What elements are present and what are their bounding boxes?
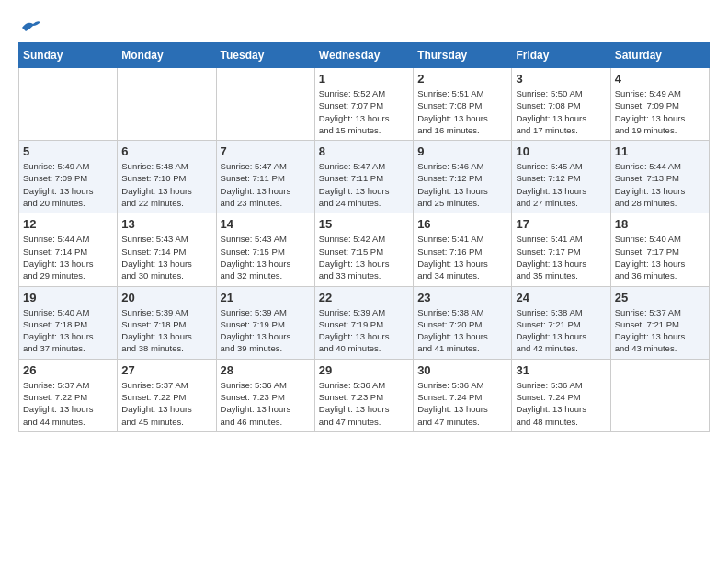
day-info: Sunrise: 5:37 AM Sunset: 7:22 PM Dayligh… xyxy=(23,379,113,428)
logo xyxy=(18,18,42,33)
day-info: Sunrise: 5:40 AM Sunset: 7:18 PM Dayligh… xyxy=(23,306,113,355)
day-info: Sunrise: 5:50 AM Sunset: 7:08 PM Dayligh… xyxy=(516,87,606,136)
day-info: Sunrise: 5:47 AM Sunset: 7:11 PM Dayligh… xyxy=(221,160,311,209)
day-number: 16 xyxy=(417,217,507,231)
calendar-cell: 30Sunrise: 5:36 AM Sunset: 7:24 PM Dayli… xyxy=(414,359,512,431)
calendar-header-row: SundayMondayTuesdayWednesdayThursdayFrid… xyxy=(19,43,710,68)
day-info: Sunrise: 5:49 AM Sunset: 7:09 PM Dayligh… xyxy=(615,87,705,136)
calendar-header-tuesday: Tuesday xyxy=(216,43,314,68)
day-info: Sunrise: 5:51 AM Sunset: 7:08 PM Dayligh… xyxy=(417,87,507,136)
day-info: Sunrise: 5:36 AM Sunset: 7:24 PM Dayligh… xyxy=(516,379,606,428)
day-info: Sunrise: 5:41 AM Sunset: 7:17 PM Dayligh… xyxy=(516,233,606,282)
day-info: Sunrise: 5:43 AM Sunset: 7:14 PM Dayligh… xyxy=(121,233,211,282)
day-info: Sunrise: 5:39 AM Sunset: 7:19 PM Dayligh… xyxy=(221,306,311,355)
calendar-cell: 27Sunrise: 5:37 AM Sunset: 7:22 PM Dayli… xyxy=(118,359,216,431)
day-number: 5 xyxy=(23,144,113,158)
day-info: Sunrise: 5:43 AM Sunset: 7:15 PM Dayligh… xyxy=(221,233,311,282)
calendar-cell: 25Sunrise: 5:37 AM Sunset: 7:21 PM Dayli… xyxy=(610,286,709,359)
day-number: 31 xyxy=(516,363,606,377)
calendar-cell: 4Sunrise: 5:49 AM Sunset: 7:09 PM Daylig… xyxy=(610,68,709,141)
day-number: 26 xyxy=(23,363,113,377)
day-number: 15 xyxy=(319,217,409,231)
calendar-cell: 6Sunrise: 5:48 AM Sunset: 7:10 PM Daylig… xyxy=(118,141,216,213)
day-info: Sunrise: 5:36 AM Sunset: 7:24 PM Dayligh… xyxy=(417,379,507,428)
calendar-cell: 5Sunrise: 5:49 AM Sunset: 7:09 PM Daylig… xyxy=(19,141,118,213)
calendar-cell: 13Sunrise: 5:43 AM Sunset: 7:14 PM Dayli… xyxy=(118,213,216,286)
calendar-cell: 29Sunrise: 5:36 AM Sunset: 7:23 PM Dayli… xyxy=(314,359,413,431)
day-info: Sunrise: 5:39 AM Sunset: 7:18 PM Dayligh… xyxy=(121,306,211,355)
calendar-header-thursday: Thursday xyxy=(414,43,512,68)
calendar-header-wednesday: Wednesday xyxy=(314,43,413,68)
day-info: Sunrise: 5:44 AM Sunset: 7:14 PM Dayligh… xyxy=(23,233,113,282)
calendar-cell: 20Sunrise: 5:39 AM Sunset: 7:18 PM Dayli… xyxy=(118,286,216,359)
day-number: 17 xyxy=(516,217,606,231)
calendar-cell: 18Sunrise: 5:40 AM Sunset: 7:17 PM Dayli… xyxy=(610,213,709,286)
calendar-cell: 31Sunrise: 5:36 AM Sunset: 7:24 PM Dayli… xyxy=(512,359,610,431)
calendar-cell xyxy=(216,68,314,141)
logo-bird-icon xyxy=(20,18,42,37)
calendar-header-monday: Monday xyxy=(118,43,216,68)
calendar-cell: 21Sunrise: 5:39 AM Sunset: 7:19 PM Dayli… xyxy=(216,286,314,359)
day-number: 6 xyxy=(121,144,211,158)
calendar-cell: 10Sunrise: 5:45 AM Sunset: 7:12 PM Dayli… xyxy=(512,141,610,213)
calendar-cell: 16Sunrise: 5:41 AM Sunset: 7:16 PM Dayli… xyxy=(414,213,512,286)
day-info: Sunrise: 5:47 AM Sunset: 7:11 PM Dayligh… xyxy=(319,160,409,209)
calendar-cell: 7Sunrise: 5:47 AM Sunset: 7:11 PM Daylig… xyxy=(216,141,314,213)
calendar-cell: 2Sunrise: 5:51 AM Sunset: 7:08 PM Daylig… xyxy=(414,68,512,141)
day-number: 11 xyxy=(615,144,705,158)
calendar-table: SundayMondayTuesdayWednesdayThursdayFrid… xyxy=(18,42,710,432)
day-info: Sunrise: 5:52 AM Sunset: 7:07 PM Dayligh… xyxy=(319,87,409,136)
day-number: 29 xyxy=(319,363,409,377)
calendar-cell: 23Sunrise: 5:38 AM Sunset: 7:20 PM Dayli… xyxy=(414,286,512,359)
calendar-cell: 3Sunrise: 5:50 AM Sunset: 7:08 PM Daylig… xyxy=(512,68,610,141)
day-info: Sunrise: 5:36 AM Sunset: 7:23 PM Dayligh… xyxy=(319,379,409,428)
day-number: 8 xyxy=(319,144,409,158)
day-number: 12 xyxy=(23,217,113,231)
day-number: 24 xyxy=(516,291,606,304)
calendar-header-saturday: Saturday xyxy=(610,43,709,68)
calendar-cell: 17Sunrise: 5:41 AM Sunset: 7:17 PM Dayli… xyxy=(512,213,610,286)
day-number: 23 xyxy=(417,291,507,304)
day-number: 14 xyxy=(221,217,311,231)
day-number: 19 xyxy=(23,291,113,304)
day-info: Sunrise: 5:41 AM Sunset: 7:16 PM Dayligh… xyxy=(417,233,507,282)
calendar-header-friday: Friday xyxy=(512,43,610,68)
calendar-cell xyxy=(610,359,709,431)
calendar-week-row: 5Sunrise: 5:49 AM Sunset: 7:09 PM Daylig… xyxy=(19,141,710,213)
day-number: 21 xyxy=(221,291,311,304)
day-info: Sunrise: 5:36 AM Sunset: 7:23 PM Dayligh… xyxy=(221,379,311,428)
day-info: Sunrise: 5:37 AM Sunset: 7:21 PM Dayligh… xyxy=(615,306,705,355)
day-number: 25 xyxy=(615,291,705,304)
day-number: 18 xyxy=(615,217,705,231)
day-number: 4 xyxy=(615,72,705,86)
day-info: Sunrise: 5:49 AM Sunset: 7:09 PM Dayligh… xyxy=(23,160,113,209)
calendar-week-row: 19Sunrise: 5:40 AM Sunset: 7:18 PM Dayli… xyxy=(19,286,710,359)
day-number: 2 xyxy=(417,72,507,86)
day-info: Sunrise: 5:42 AM Sunset: 7:15 PM Dayligh… xyxy=(319,233,409,282)
day-info: Sunrise: 5:44 AM Sunset: 7:13 PM Dayligh… xyxy=(615,160,705,209)
day-info: Sunrise: 5:48 AM Sunset: 7:10 PM Dayligh… xyxy=(121,160,211,209)
day-number: 10 xyxy=(516,144,606,158)
calendar-cell xyxy=(19,68,118,141)
day-number: 22 xyxy=(319,291,409,304)
day-info: Sunrise: 5:38 AM Sunset: 7:20 PM Dayligh… xyxy=(417,306,507,355)
day-number: 13 xyxy=(121,217,211,231)
day-number: 30 xyxy=(417,363,507,377)
day-number: 3 xyxy=(516,72,606,86)
calendar-cell: 15Sunrise: 5:42 AM Sunset: 7:15 PM Dayli… xyxy=(314,213,413,286)
day-info: Sunrise: 5:39 AM Sunset: 7:19 PM Dayligh… xyxy=(319,306,409,355)
calendar-cell: 24Sunrise: 5:38 AM Sunset: 7:21 PM Dayli… xyxy=(512,286,610,359)
calendar-cell: 19Sunrise: 5:40 AM Sunset: 7:18 PM Dayli… xyxy=(19,286,118,359)
calendar-cell: 11Sunrise: 5:44 AM Sunset: 7:13 PM Dayli… xyxy=(610,141,709,213)
calendar-cell: 8Sunrise: 5:47 AM Sunset: 7:11 PM Daylig… xyxy=(314,141,413,213)
calendar-cell: 26Sunrise: 5:37 AM Sunset: 7:22 PM Dayli… xyxy=(19,359,118,431)
day-info: Sunrise: 5:40 AM Sunset: 7:17 PM Dayligh… xyxy=(615,233,705,282)
day-info: Sunrise: 5:46 AM Sunset: 7:12 PM Dayligh… xyxy=(417,160,507,209)
day-info: Sunrise: 5:45 AM Sunset: 7:12 PM Dayligh… xyxy=(516,160,606,209)
calendar-header-sunday: Sunday xyxy=(19,43,118,68)
day-number: 27 xyxy=(121,363,211,377)
calendar-cell: 9Sunrise: 5:46 AM Sunset: 7:12 PM Daylig… xyxy=(414,141,512,213)
day-info: Sunrise: 5:38 AM Sunset: 7:21 PM Dayligh… xyxy=(516,306,606,355)
calendar-week-row: 26Sunrise: 5:37 AM Sunset: 7:22 PM Dayli… xyxy=(19,359,710,431)
calendar-cell xyxy=(118,68,216,141)
